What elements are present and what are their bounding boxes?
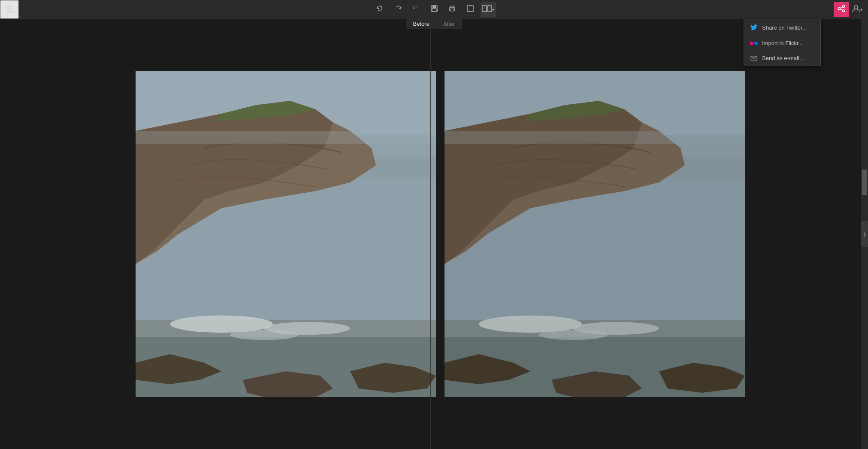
- share-twitter-label: Share on Twitter...: [762, 24, 807, 31]
- flickr-icon: [750, 40, 758, 46]
- email-icon: [750, 55, 758, 61]
- share-twitter-item[interactable]: Share on Twitter...: [744, 19, 820, 36]
- svg-rect-44: [445, 131, 745, 144]
- toolbar-right: ▾: [834, 2, 865, 17]
- crop-icon: [466, 5, 474, 14]
- share-dropdown: Share on Twitter... Import in Flickr... …: [744, 19, 821, 66]
- after-image-panel: [445, 71, 745, 397]
- undo-button[interactable]: [372, 2, 388, 17]
- svg-rect-4: [451, 9, 454, 11]
- svg-rect-6: [467, 6, 473, 12]
- hamburger-icon: ☰: [6, 5, 13, 14]
- share-button[interactable]: [834, 2, 849, 17]
- scrollbar-thumb[interactable]: [862, 170, 867, 195]
- svg-rect-8: [487, 6, 492, 12]
- svg-point-40: [539, 330, 608, 340]
- share-icon: [838, 5, 845, 14]
- crop-button[interactable]: [463, 2, 478, 17]
- share-flickr-item[interactable]: Import in Flickr...: [744, 36, 820, 51]
- right-panel-toggle[interactable]: ❯: [861, 221, 868, 247]
- after-image: [445, 71, 745, 397]
- main-area: ❯: [0, 19, 868, 449]
- share-email-item[interactable]: Send as e-mail...: [744, 51, 820, 66]
- view-tabs: Before After: [406, 19, 462, 29]
- redo-forward-button[interactable]: [408, 2, 424, 17]
- before-image: [136, 71, 436, 397]
- print-icon: [448, 5, 456, 14]
- user-account-button[interactable]: ▾: [849, 2, 865, 17]
- user-icon: [852, 4, 860, 15]
- image-divider: [426, 19, 435, 449]
- save-button[interactable]: [426, 2, 442, 17]
- tab-after[interactable]: After: [436, 19, 462, 29]
- svg-line-13: [840, 9, 843, 10]
- svg-point-14: [854, 6, 858, 9]
- user-chevron: ▾: [860, 7, 862, 12]
- save-icon: [430, 5, 438, 14]
- svg-point-9: [843, 6, 845, 8]
- redo-forward-icon: [412, 5, 420, 14]
- svg-rect-7: [482, 6, 487, 12]
- redo-back-button[interactable]: [390, 2, 406, 17]
- svg-rect-1: [432, 6, 436, 8]
- svg-rect-2: [432, 9, 436, 11]
- toolbar-center: ▾: [372, 2, 496, 17]
- svg-point-5: [454, 8, 454, 9]
- images-container: [0, 19, 861, 449]
- image-divider-line: [430, 19, 431, 449]
- share-email-label: Send as e-mail...: [762, 55, 804, 61]
- share-flickr-label: Import in Flickr...: [762, 40, 803, 46]
- before-image-panel: [136, 71, 436, 397]
- flickr-dot-blue: [754, 42, 758, 45]
- svg-rect-29: [136, 131, 436, 144]
- undo-icon: [376, 5, 384, 14]
- flickr-dot-pink: [750, 42, 753, 45]
- svg-point-11: [843, 10, 845, 12]
- right-panel-chevron-icon: ❯: [863, 232, 866, 237]
- svg-line-12: [840, 7, 843, 8]
- redo-back-icon: [394, 5, 402, 14]
- tab-before[interactable]: Before: [406, 19, 436, 29]
- toolbar: ☰: [0, 0, 868, 19]
- print-button[interactable]: [445, 2, 460, 17]
- hamburger-button[interactable]: ☰: [0, 0, 19, 19]
- twitter-icon: [750, 24, 758, 31]
- split-view-chevron: ▾: [492, 7, 494, 12]
- split-view-button[interactable]: ▾: [481, 2, 496, 17]
- svg-point-25: [230, 330, 299, 340]
- split-view-icon: [482, 5, 492, 14]
- svg-point-10: [838, 8, 841, 10]
